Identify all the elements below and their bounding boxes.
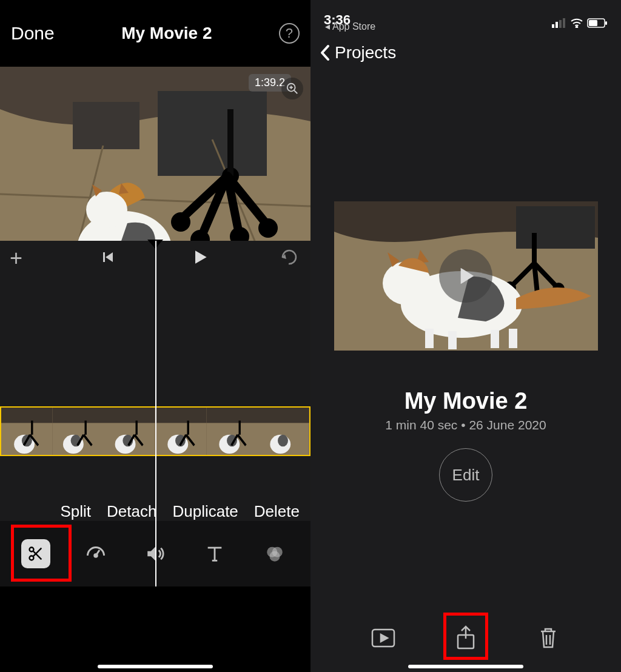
- video-preview[interactable]: 1:39.2: [0, 67, 310, 241]
- detach-button[interactable]: Detach: [107, 502, 156, 521]
- projects-header: Projects: [310, 32, 621, 74]
- back-label: Projects: [335, 43, 396, 62]
- svg-point-53: [269, 551, 280, 562]
- svg-rect-55: [556, 22, 558, 28]
- trash-icon: [539, 627, 558, 650]
- clip-thumbnail: [155, 408, 207, 455]
- back-button[interactable]: Projects: [319, 43, 396, 62]
- svg-rect-23: [53, 408, 104, 423]
- play-project-button[interactable]: [366, 621, 400, 655]
- svg-point-7: [171, 212, 190, 232]
- chevron-left-icon: [319, 44, 331, 62]
- delete-project-button[interactable]: [531, 621, 565, 655]
- svg-point-41: [278, 435, 288, 447]
- filters-tool[interactable]: [258, 537, 292, 571]
- svg-rect-19: [1, 408, 53, 423]
- back-triangle-icon: ◂: [325, 21, 330, 32]
- svg-rect-39: [258, 408, 309, 423]
- svg-rect-69: [425, 329, 434, 348]
- project-title: My Movie 2: [121, 24, 212, 43]
- svg-line-14: [294, 90, 298, 94]
- svg-rect-61: [605, 21, 607, 25]
- highlight-share: [443, 613, 488, 660]
- svg-rect-63: [516, 206, 595, 249]
- project-meta: 1 min 40 sec • 26 June 2020: [385, 418, 546, 432]
- svg-rect-54: [552, 24, 554, 28]
- battery-icon: [587, 18, 608, 28]
- duplicate-button[interactable]: Duplicate: [172, 502, 238, 521]
- projects-screen: 3:36 ◂ App Store Projects: [310, 0, 621, 672]
- play-button[interactable]: [190, 247, 210, 269]
- clip-thumbnail: [207, 408, 258, 455]
- svg-point-47: [94, 554, 97, 557]
- clip-actions: Split Detach Duplicate Delete: [60, 502, 300, 521]
- clip-thumbnail: [53, 408, 104, 455]
- play-rect-icon: [371, 628, 395, 648]
- highlight-scissors: [11, 525, 72, 582]
- done-button[interactable]: Done: [11, 23, 55, 44]
- help-button[interactable]: ?: [279, 23, 300, 44]
- cellular-icon: [552, 18, 566, 28]
- editor-header: Done My Movie 2 ?: [0, 0, 310, 67]
- editor-screen: Done My Movie 2 ?: [0, 0, 310, 672]
- color-circles-icon: [264, 543, 285, 564]
- svg-point-58: [576, 27, 578, 28]
- svg-rect-56: [559, 20, 562, 28]
- svg-point-12: [86, 192, 127, 228]
- clip-thumbnail: [258, 408, 309, 455]
- svg-rect-72: [509, 329, 517, 348]
- speedometer-icon: [85, 543, 107, 565]
- clip-thumbnail: [1, 408, 53, 455]
- status-icons: [552, 18, 608, 28]
- split-button[interactable]: Split: [60, 502, 91, 521]
- preview-frame-image: [0, 67, 310, 241]
- back-app-label: App Store: [332, 21, 375, 32]
- back-to-app[interactable]: ◂ App Store: [325, 21, 375, 32]
- home-indicator[interactable]: [98, 665, 213, 668]
- timeline[interactable]: Split Detach Duplicate Delete: [0, 276, 310, 586]
- skip-back-button[interactable]: [101, 250, 115, 267]
- svg-rect-35: [207, 408, 258, 423]
- svg-rect-71: [491, 330, 499, 348]
- clip-thumbnail: [104, 408, 155, 455]
- svg-rect-70: [448, 331, 457, 349]
- svg-rect-31: [155, 408, 207, 423]
- project-thumbnail[interactable]: [334, 201, 598, 351]
- svg-rect-57: [563, 18, 565, 28]
- svg-rect-6: [227, 109, 233, 176]
- undo-button[interactable]: [280, 249, 298, 267]
- project-name: My Movie 2: [404, 388, 528, 414]
- text-icon: [204, 543, 225, 564]
- svg-rect-60: [589, 20, 597, 26]
- project-body: My Movie 2 1 min 40 sec • 26 June 2020 E…: [310, 74, 621, 502]
- playhead-line[interactable]: [155, 241, 156, 586]
- titles-tool[interactable]: [198, 537, 232, 571]
- play-icon: [454, 264, 478, 288]
- wifi-icon: [570, 18, 583, 28]
- svg-rect-27: [104, 408, 155, 423]
- delete-button[interactable]: Delete: [254, 502, 300, 521]
- edit-button[interactable]: Edit: [439, 448, 492, 502]
- add-media-button[interactable]: +: [10, 246, 22, 271]
- speed-tool[interactable]: [79, 537, 113, 571]
- home-indicator[interactable]: [408, 665, 523, 668]
- svg-point-8: [258, 218, 278, 238]
- svg-rect-17: [103, 252, 105, 262]
- play-overlay[interactable]: [439, 249, 492, 303]
- zoom-in-button[interactable]: [281, 78, 303, 99]
